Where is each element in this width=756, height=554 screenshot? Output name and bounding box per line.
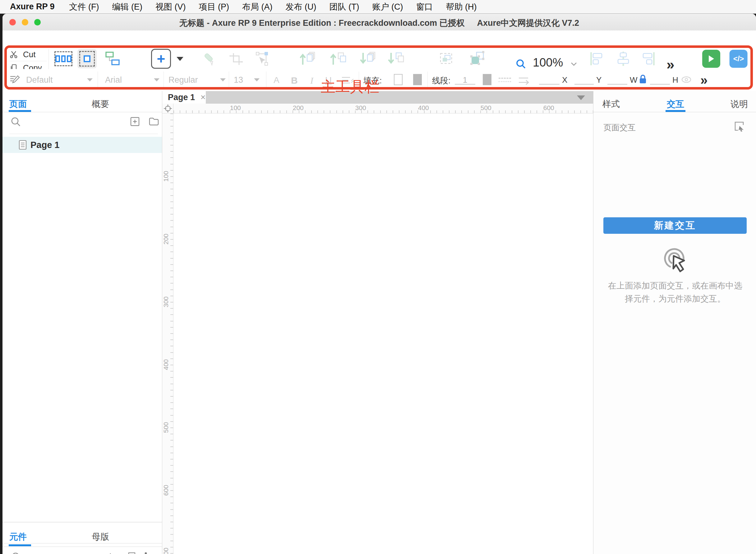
ruler-label: 100: [230, 104, 241, 112]
window-title: 无标题 - Axure RP 9 Enterprise Edition : Fr…: [2, 17, 756, 29]
page-interaction-label: 页面交互: [603, 122, 636, 133]
eye-icon[interactable]: [681, 76, 692, 83]
divider: [164, 71, 164, 88]
tab-style[interactable]: 样式: [602, 98, 620, 110]
design-canvas[interactable]: [173, 113, 593, 554]
kebab-menu-icon[interactable]: [144, 552, 148, 554]
menu-window[interactable]: 窗口: [410, 1, 440, 12]
document-tab[interactable]: Page 1 ×: [162, 91, 206, 104]
workspace: 页面 概要 Page 1 元件 母版: [2, 91, 756, 554]
main-toolbar: Cut Copy Paste: [2, 31, 756, 69]
menu-project[interactable]: 项目 (P): [192, 1, 236, 12]
library-stack-icon[interactable]: [125, 552, 136, 554]
ruler-origin[interactable]: [162, 104, 173, 113]
tab-pages[interactable]: 页面: [9, 98, 27, 110]
line-style-button[interactable]: [499, 78, 511, 82]
search-icon[interactable]: [11, 117, 21, 127]
font-weight-caret[interactable]: [220, 78, 226, 81]
tab-close-icon[interactable]: ×: [200, 92, 206, 102]
w-input[interactable]: [607, 75, 627, 85]
ruler-label: 500: [162, 422, 170, 433]
style-toolbar: Default Arial Regular 13 A B I U 填充: 线段:…: [2, 69, 756, 92]
menu-edit[interactable]: 编辑 (E): [106, 1, 149, 12]
menu-view[interactable]: 视图 (V): [149, 1, 192, 12]
select-element-icon[interactable]: [734, 121, 745, 131]
add-folder-icon[interactable]: [149, 117, 159, 126]
tab-notes[interactable]: 说明: [731, 98, 748, 110]
add-library-icon[interactable]: [106, 552, 115, 554]
cut-button[interactable]: Cut: [9, 48, 47, 61]
align-right-icon: [641, 51, 656, 66]
tab-list-dropdown[interactable]: [577, 96, 585, 100]
ruler-label: 400: [418, 104, 429, 112]
window-title-bar: 无标题 - Axure RP 9 Enterprise Edition : Fr…: [2, 14, 756, 31]
bold-button[interactable]: B: [291, 75, 298, 86]
h-label: H: [673, 75, 678, 85]
ruler-label: 600: [162, 485, 170, 496]
vertical-ruler: 100 200 300 400 500 600 700: [162, 113, 173, 554]
divider: [266, 71, 267, 88]
font-color-button[interactable]: A: [274, 75, 280, 85]
style-preset-caret[interactable]: [87, 78, 93, 81]
font-size-caret[interactable]: [254, 78, 259, 81]
annotation-label: 主工具栏: [321, 77, 379, 97]
menu-arrange[interactable]: 布局 (A): [236, 1, 279, 12]
page-tree-item[interactable]: Page 1: [2, 137, 162, 153]
select-multiple-icon: [54, 51, 72, 66]
menu-file[interactable]: 文件 (F): [63, 1, 106, 12]
italic-button[interactable]: I: [310, 75, 313, 86]
x-input[interactable]: [539, 75, 560, 85]
add-page-icon[interactable]: [130, 117, 140, 126]
select-contain-button[interactable]: [77, 49, 97, 68]
fill-color-swatch[interactable]: [394, 74, 403, 85]
menu-help[interactable]: 帮助 (H): [440, 1, 483, 12]
lock-icon[interactable]: [639, 74, 647, 85]
menu-publish[interactable]: 发布 (U): [279, 1, 323, 12]
scissors-icon: [9, 50, 18, 59]
app-menu-title[interactable]: Axure RP 9: [10, 2, 55, 11]
knife-icon: [202, 51, 218, 67]
font-family-select[interactable]: Arial: [105, 75, 122, 85]
page-icon: [19, 140, 27, 150]
tab-widgets[interactable]: 元件: [9, 531, 27, 543]
document-tab-label: Page 1: [168, 93, 195, 102]
ruler-label: 300: [355, 104, 366, 112]
font-size-select[interactable]: 13: [234, 75, 243, 85]
y-input[interactable]: [575, 75, 594, 85]
fill-opacity-swatch[interactable]: [413, 74, 422, 85]
align-center-icon: [616, 51, 631, 66]
tab-outline[interactable]: 概要: [92, 98, 109, 110]
send-back-icon: [360, 50, 376, 67]
pages-panel-tabs: 页面 概要: [2, 91, 162, 112]
tab-interaction[interactable]: 交互: [667, 98, 684, 110]
zoom-dropdown-chevron[interactable]: [570, 62, 577, 66]
font-family-caret[interactable]: [154, 78, 160, 81]
axure-window: 无标题 - Axure RP 9 Enterprise Edition : Fr…: [2, 14, 756, 554]
widgets-panel-tabs: 元件 母版: [2, 522, 162, 543]
insert-dropdown-caret[interactable]: [177, 57, 183, 61]
arrow-style-icon[interactable]: [518, 76, 530, 85]
line-label: 线段:: [432, 75, 451, 86]
inspector-panel: 样式 交互 说明 页面交互 新建交互 在上面添加页面交互，或在画布中选择元件，为…: [593, 91, 756, 554]
menu-account[interactable]: 账户 (C): [366, 1, 410, 12]
search-icon[interactable]: [11, 552, 22, 554]
bring-forward-icon: [330, 50, 347, 67]
font-weight-select[interactable]: Regular: [169, 75, 198, 85]
macos-menu-bar: Axure RP 9 文件 (F) 编辑 (E) 视图 (V) 项目 (P) 布…: [0, 0, 756, 14]
connector-icon: [104, 51, 120, 67]
tab-masters[interactable]: 母版: [92, 531, 109, 543]
stylebar-overflow-button[interactable]: »: [700, 73, 706, 88]
style-preset-select[interactable]: Default: [26, 75, 53, 85]
group-icon: [439, 51, 454, 66]
cut-label: Cut: [23, 50, 36, 59]
ruler-label: 400: [162, 359, 170, 370]
line-color-swatch[interactable]: [483, 74, 491, 85]
menu-team[interactable]: 团队 (T): [323, 1, 366, 12]
select-intersect-button[interactable]: [54, 49, 73, 68]
new-interaction-button[interactable]: 新建交互: [603, 217, 747, 234]
left-panel: 页面 概要 Page 1 元件 母版: [2, 91, 162, 554]
style-edit-icon: [9, 74, 20, 86]
divider: [9, 134, 158, 134]
h-input[interactable]: [650, 75, 670, 85]
line-width-input[interactable]: 1: [455, 75, 475, 85]
